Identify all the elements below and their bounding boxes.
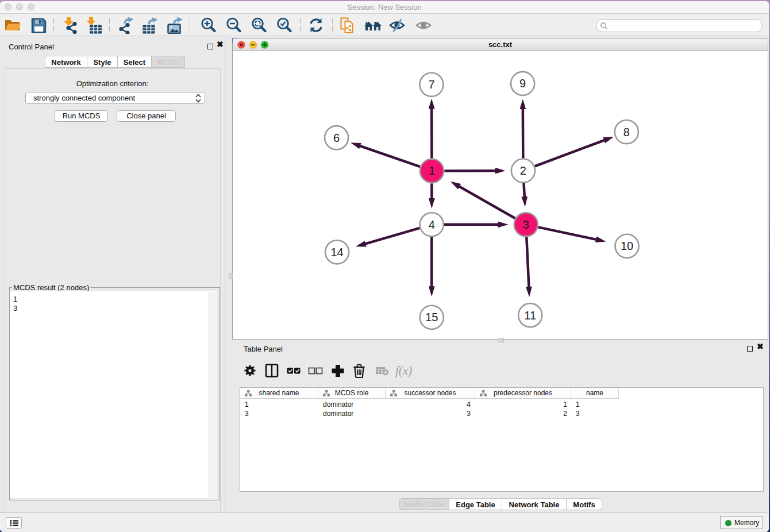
svg-text:10: 10 bbox=[621, 240, 633, 252]
svg-text:1: 1 bbox=[429, 164, 435, 177]
svg-text:7: 7 bbox=[428, 78, 434, 91]
svg-text:15: 15 bbox=[425, 311, 438, 323]
svg-text:11: 11 bbox=[524, 309, 536, 322]
svg-text:f(x): f(x) bbox=[395, 364, 412, 377]
svg-text:9: 9 bbox=[519, 77, 526, 90]
svg-text:4: 4 bbox=[429, 218, 435, 231]
svg-text:6: 6 bbox=[333, 132, 340, 144]
svg-text:3: 3 bbox=[523, 218, 529, 231]
svg-text:14: 14 bbox=[330, 246, 343, 259]
svg-text:2: 2 bbox=[520, 164, 526, 177]
svg-text:8: 8 bbox=[623, 126, 630, 138]
